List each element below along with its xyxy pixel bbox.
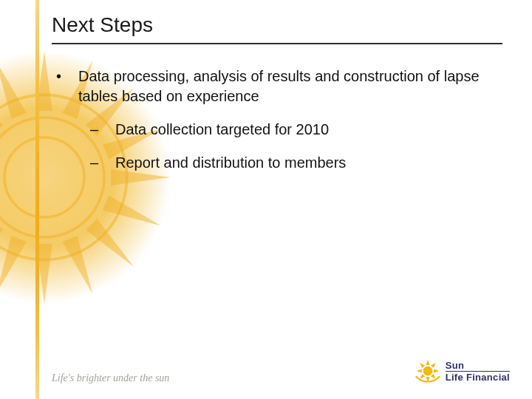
logo: Sun Life Financial	[415, 358, 510, 384]
svg-point-4	[423, 366, 432, 376]
sub-bullet-1: Data collection targeted for 2010	[86, 120, 502, 140]
logo-text-bottom: Life Financial	[446, 372, 510, 382]
logo-text: Sun Life Financial	[446, 361, 510, 382]
sub-bullet-2: Report and distribution to members	[86, 153, 502, 173]
sub-bullet-list: Data collection targeted for 2010 Report…	[86, 120, 502, 173]
bullet-main: Data processing, analysis of results and…	[55, 66, 502, 173]
bullet-list: Data processing, analysis of results and…	[55, 66, 502, 173]
footer: Life's brighter under the sun	[52, 358, 510, 384]
slide-content: Next Steps Data processing, analysis of …	[0, 0, 532, 399]
slide-title: Next Steps	[52, 13, 502, 37]
bullet-main-text: Data processing, analysis of results and…	[78, 68, 480, 104]
title-divider	[52, 43, 502, 44]
logo-text-top: Sun	[446, 361, 510, 372]
tagline: Life's brighter under the sun	[52, 372, 169, 384]
sun-icon	[415, 358, 441, 384]
